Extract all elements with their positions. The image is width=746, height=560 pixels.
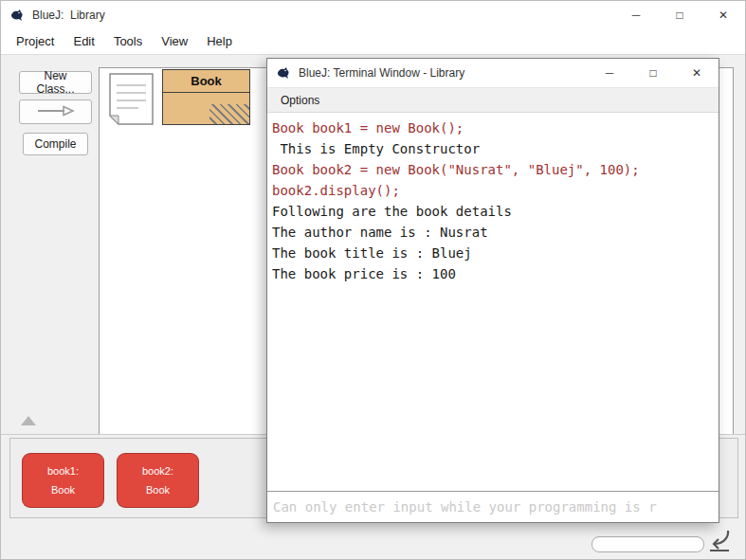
readme-note-icon[interactable] xyxy=(109,73,154,125)
reset-vm-button[interactable] xyxy=(707,528,732,552)
terminal-titlebar: BlueJ: Terminal Window - Library ─ □ ✕ xyxy=(267,59,719,88)
terminal-input-hint: Can only enter input while your programm… xyxy=(273,499,657,515)
terminal-line: Book book2 = new Book("Nusrat", "Bluej",… xyxy=(272,159,714,180)
terminal-maximize-button[interactable]: □ xyxy=(631,59,675,87)
maximize-button[interactable]: □ xyxy=(658,1,701,29)
terminal-output: Book book1 = new Book(); This is Empty C… xyxy=(268,112,718,491)
main-menubar: ProjectEditToolsViewHelp xyxy=(1,29,745,53)
extends-arrow-button[interactable] xyxy=(19,99,92,124)
terminal-minimize-button[interactable]: ─ xyxy=(588,59,631,87)
object-name: book2: xyxy=(142,465,173,477)
terminal-line: This is Empty Constructor xyxy=(272,138,714,159)
terminal-line: The book price is : 100 xyxy=(272,263,714,284)
bench-object-book2[interactable]: book2:Book xyxy=(117,453,199,508)
terminal-window-controls: ─ □ ✕ xyxy=(588,59,719,87)
main-window-title: BlueJ: Library xyxy=(32,9,105,22)
terminal-menubar: Options xyxy=(267,88,719,113)
new-class-button[interactable]: New Class... xyxy=(19,71,92,94)
bench-collapse-arrow-icon[interactable] xyxy=(21,416,36,425)
terminal-close-button[interactable]: ✕ xyxy=(675,59,719,87)
menu-options[interactable]: Options xyxy=(267,94,333,107)
terminal-line: Following are the book details xyxy=(272,201,714,222)
bluej-logo-icon xyxy=(9,8,25,23)
terminal-window-title: BlueJ: Terminal Window - Library xyxy=(299,66,464,80)
menu-help[interactable]: Help xyxy=(197,34,242,48)
terminal-line: The author name is : Nusrat xyxy=(272,222,714,243)
curved-arrow-icon xyxy=(707,541,732,555)
terminal-line: book2.display(); xyxy=(272,180,714,201)
terminal-line: The book title is : Bluej xyxy=(272,243,714,263)
terminal-input[interactable]: Can only enter input while your programm… xyxy=(267,491,719,522)
terminal-window: BlueJ: Terminal Window - Library ─ □ ✕ O… xyxy=(266,58,719,523)
class-name-label: Book xyxy=(163,70,249,93)
compile-button[interactable]: Compile xyxy=(23,133,88,155)
uncompiled-stripes xyxy=(209,104,249,124)
main-window-controls: ─ □ ✕ xyxy=(614,1,745,29)
main-titlebar: BlueJ: Library ─ □ ✕ xyxy=(1,1,745,29)
bench-object-book1[interactable]: book1:Book xyxy=(22,453,104,508)
menu-project[interactable]: Project xyxy=(7,34,64,48)
menu-tools[interactable]: Tools xyxy=(104,34,152,48)
object-type: Book xyxy=(51,484,75,496)
bottom-text-input[interactable] xyxy=(591,536,704,552)
terminal-line: Book book1 = new Book(); xyxy=(272,117,714,138)
right-arrow-icon xyxy=(36,105,76,119)
close-button[interactable]: ✕ xyxy=(701,1,745,29)
object-name: book1: xyxy=(47,465,79,477)
class-book[interactable]: Book xyxy=(162,69,250,125)
object-type: Book xyxy=(146,484,170,496)
menu-edit[interactable]: Edit xyxy=(64,34,103,48)
menu-view[interactable]: View xyxy=(152,34,197,48)
main-window-header: BlueJ: Library ─ □ ✕ ProjectEditToolsVie… xyxy=(1,1,745,55)
minimize-button[interactable]: ─ xyxy=(614,1,658,29)
screen: BlueJ: Library ─ □ ✕ ProjectEditToolsVie… xyxy=(0,0,746,560)
bluej-logo-icon xyxy=(276,65,291,81)
